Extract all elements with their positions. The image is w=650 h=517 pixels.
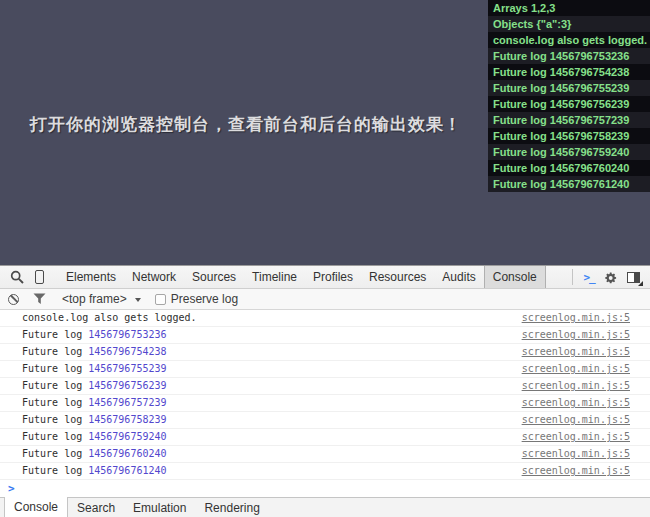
frame-context-selector[interactable]: <top frame> xyxy=(62,292,141,306)
console-toolbar: <top frame> Preserve log xyxy=(0,289,650,310)
devtools-panel: Elements Network Sources Timeline Profil… xyxy=(0,265,650,517)
source-link[interactable]: screenlog.min.js:5 xyxy=(522,327,630,343)
screenlog-row: Arrays 1,2,3 xyxy=(488,0,650,16)
screenlog-row: Objects {"a":3} xyxy=(488,16,650,32)
message-text: Future log xyxy=(22,465,88,476)
device-toolbar-button[interactable] xyxy=(28,266,50,288)
console-message-row: Future log 1456796757239 screenlog.min.j… xyxy=(0,395,650,412)
console-drawer-icon: >_ xyxy=(583,271,594,284)
tab-sources[interactable]: Sources xyxy=(186,266,242,288)
drawer-tabbar: Console Search Emulation Rendering xyxy=(0,497,650,517)
preserve-log-label[interactable]: Preserve log xyxy=(171,292,238,306)
console-message-row: Future log 1456796755239 screenlog.min.j… xyxy=(0,361,650,378)
device-icon xyxy=(35,270,44,284)
screenlog-row: Future log 1456796757239 xyxy=(488,112,650,128)
message-number: 1456796757239 xyxy=(88,397,166,408)
screenlog-overlay: Arrays 1,2,3 Objects {"a":3} console.log… xyxy=(488,0,650,192)
tab-audits[interactable]: Audits xyxy=(436,266,481,288)
message-number: 1456796760240 xyxy=(88,448,166,459)
source-link[interactable]: screenlog.min.js:5 xyxy=(522,429,630,445)
tab-resources[interactable]: Resources xyxy=(363,266,432,288)
message-number: 1456796759240 xyxy=(88,431,166,442)
screenlog-row: console.log also gets logged. xyxy=(488,32,650,48)
console-message-row: Future log 1456796759240 screenlog.min.j… xyxy=(0,429,650,446)
dock-options-arrow-icon xyxy=(638,281,643,286)
screenlog-row: Future log 1456796761240 xyxy=(488,176,650,192)
screenlog-row: Future log 1456796753236 xyxy=(488,48,650,64)
tab-timeline[interactable]: Timeline xyxy=(246,266,303,288)
clear-console-icon[interactable] xyxy=(8,294,19,305)
preserve-log-control: Preserve log xyxy=(155,292,238,306)
message-number: 1456796761240 xyxy=(88,465,166,476)
message-number: 1456796755239 xyxy=(88,363,166,374)
drawer-tab-rendering[interactable]: Rendering xyxy=(195,498,268,517)
chevron-down-icon xyxy=(135,298,141,302)
console-message-row: Future log 1456796753236 screenlog.min.j… xyxy=(0,327,650,344)
devtools-tabs: Elements Network Sources Timeline Profil… xyxy=(58,266,546,288)
source-link[interactable]: screenlog.min.js:5 xyxy=(522,344,630,360)
dock-side-button[interactable] xyxy=(622,266,644,288)
tab-console[interactable]: Console xyxy=(484,266,546,288)
screenlog-row: Future log 1456796759240 xyxy=(488,144,650,160)
console-message-row: Future log 1456796760240 screenlog.min.j… xyxy=(0,446,650,463)
source-link[interactable]: screenlog.min.js:5 xyxy=(522,446,630,462)
devtools-toolbar: Elements Network Sources Timeline Profil… xyxy=(0,265,650,289)
message-text: console.log also gets logged. xyxy=(22,312,197,323)
toggle-drawer-button[interactable]: >_ xyxy=(578,266,600,288)
preserve-log-checkbox[interactable] xyxy=(155,294,166,305)
frame-selector-label: <top frame> xyxy=(62,292,127,306)
page-background: 打开你的浏览器控制台，查看前台和后台的输出效果！ Arrays 1,2,3 Ob… xyxy=(0,0,650,265)
screenlog-row: Future log 1456796755239 xyxy=(488,80,650,96)
source-link[interactable]: screenlog.min.js:5 xyxy=(522,378,630,394)
message-text: Future log xyxy=(22,380,88,391)
message-text: Future log xyxy=(22,346,88,357)
tab-network[interactable]: Network xyxy=(126,266,182,288)
message-number: 1456796758239 xyxy=(88,414,166,425)
prompt-chevron-icon: > xyxy=(8,482,15,495)
message-text: Future log xyxy=(22,329,88,340)
settings-button[interactable] xyxy=(600,266,622,288)
source-link[interactable]: screenlog.min.js:5 xyxy=(522,361,630,377)
message-text: Future log xyxy=(22,431,88,442)
console-message-row: Future log 1456796761240 screenlog.min.j… xyxy=(0,463,650,480)
drawer-tab-console[interactable]: Console xyxy=(4,497,68,517)
message-number: 1456796756239 xyxy=(88,380,166,391)
console-prompt[interactable]: > xyxy=(0,480,650,497)
source-link[interactable]: screenlog.min.js:5 xyxy=(522,310,630,326)
source-link[interactable]: screenlog.min.js:5 xyxy=(522,412,630,428)
search-icon xyxy=(10,270,24,284)
message-number: 1456796754238 xyxy=(88,346,166,357)
screenlog-row: Future log 1456796754238 xyxy=(488,64,650,80)
console-message-row: console.log also gets logged. screenlog.… xyxy=(0,310,650,327)
screenlog-row: Future log 1456796758239 xyxy=(488,128,650,144)
console-messages: console.log also gets logged. screenlog.… xyxy=(0,310,650,497)
console-message-row: Future log 1456796754238 screenlog.min.j… xyxy=(0,344,650,361)
tab-elements[interactable]: Elements xyxy=(60,266,122,288)
message-text: Future log xyxy=(22,448,88,459)
drawer-tab-emulation[interactable]: Emulation xyxy=(124,498,195,517)
toolbar-divider xyxy=(572,269,573,285)
screenlog-row: Future log 1456796756239 xyxy=(488,96,650,112)
source-link[interactable]: screenlog.min.js:5 xyxy=(522,395,630,411)
inspect-search-button[interactable] xyxy=(6,266,28,288)
console-message-row: Future log 1456796758239 screenlog.min.j… xyxy=(0,412,650,429)
filter-icon[interactable] xyxy=(33,293,46,305)
screenlog-row: Future log 1456796760240 xyxy=(488,160,650,176)
message-text: Future log xyxy=(22,414,88,425)
dock-side-icon xyxy=(627,272,640,283)
console-message-row: Future log 1456796756239 screenlog.min.j… xyxy=(0,378,650,395)
message-number: 1456796753236 xyxy=(88,329,166,340)
message-text: Future log xyxy=(22,397,88,408)
tab-profiles[interactable]: Profiles xyxy=(307,266,359,288)
drawer-tab-search[interactable]: Search xyxy=(68,498,124,517)
gear-icon xyxy=(604,270,619,285)
page-message: 打开你的浏览器控制台，查看前台和后台的输出效果！ xyxy=(30,113,462,136)
source-link[interactable]: screenlog.min.js:5 xyxy=(522,463,630,479)
message-text: Future log xyxy=(22,363,88,374)
screen: 打开你的浏览器控制台，查看前台和后台的输出效果！ Arrays 1,2,3 Ob… xyxy=(0,0,650,517)
